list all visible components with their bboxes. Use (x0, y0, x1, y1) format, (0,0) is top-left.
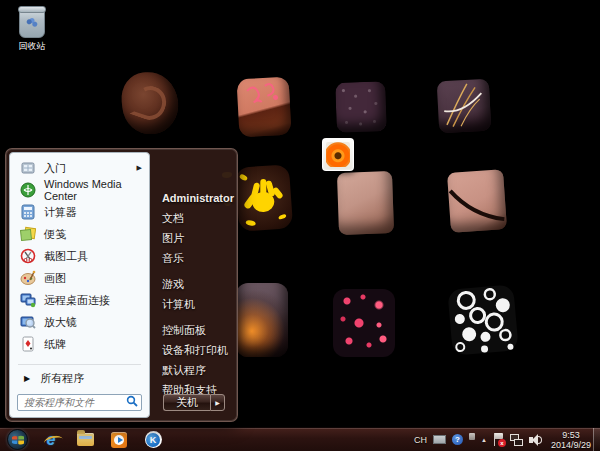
menu-item-calculator[interactable]: 计算器 (10, 201, 149, 223)
menu-item-music[interactable]: 音乐 (160, 248, 234, 268)
taskbar-k-player[interactable]: K (136, 428, 170, 451)
menu-item-paint[interactable]: 画图 (10, 267, 149, 289)
calculator-icon (19, 203, 37, 221)
start-menu-right-panel: Administrator 文档 图片 音乐 游戏 计算机 控制面板 设备和打印… (150, 152, 234, 418)
search-input[interactable] (17, 394, 142, 411)
user-avatar[interactable] (322, 138, 354, 171)
wallpaper-chocolate-plain-pink (337, 171, 394, 235)
menu-item-label: 纸牌 (44, 337, 66, 352)
start-button[interactable] (0, 428, 34, 451)
system-tray: CH ? ▲ x 9:53 2014/9/29 (414, 428, 591, 451)
menu-item-label: 便笺 (44, 227, 66, 242)
menu-item-snipping-tool[interactable]: 截图工具 (10, 245, 149, 267)
menu-item-label: 计算器 (44, 205, 77, 220)
recycle-bin-icon (19, 8, 45, 38)
taskbar-apps: e K (0, 428, 170, 451)
clock-date: 2014/9/29 (551, 440, 591, 450)
solitaire-icon (19, 335, 37, 353)
recycle-bin-label: 回收站 (6, 40, 58, 53)
media-center-icon (19, 181, 37, 199)
menu-item-label: 画图 (44, 271, 66, 286)
menu-item-windows-media-center[interactable]: Windows Media Center (10, 179, 149, 201)
wallpaper-chocolate-pink-hearts (237, 77, 292, 138)
taskbar-media-player[interactable] (102, 428, 136, 451)
folder-icon (77, 433, 94, 446)
menu-item-getting-started[interactable]: 入门 ▶ (10, 157, 149, 179)
menu-item-sticky-notes[interactable]: 便笺 (10, 223, 149, 245)
search-box (17, 392, 142, 411)
menu-item-solitaire[interactable]: 纸牌 (10, 333, 149, 355)
clock-time: 9:53 (551, 430, 591, 440)
menu-spacer (10, 355, 149, 361)
show-hidden-icons-button[interactable]: ▲ (481, 437, 487, 443)
internet-explorer-icon: e (47, 431, 56, 449)
wallpaper-chocolate-dark-curve (447, 169, 507, 233)
menu-item-remote-desktop[interactable]: 远程桌面连接 (10, 289, 149, 311)
menu-item-label: 放大镜 (44, 315, 77, 330)
start-menu: 入门 ▶ Windows Media Center 计算器 便笺 截 (5, 148, 238, 422)
media-player-icon (111, 432, 127, 448)
handprint-icon (235, 164, 293, 232)
wallpaper-chocolate-flame (236, 283, 288, 357)
search-icon (126, 395, 138, 407)
submenu-arrow-icon: ▶ (136, 164, 141, 172)
wallpaper-chocolate-dotted (335, 81, 387, 133)
magnifier-icon (19, 313, 37, 331)
start-menu-program-list: 入门 ▶ Windows Media Center 计算器 便笺 截 (9, 152, 150, 418)
shutdown-controls: 关机 ▶ (163, 394, 225, 411)
snipping-tool-icon (19, 247, 37, 265)
wallpaper-chocolate-pink-splatter (333, 289, 395, 357)
taskbar-windows-explorer[interactable] (68, 428, 102, 451)
avatar-flower-image (326, 142, 350, 167)
user-name-link[interactable]: Administrator (160, 188, 234, 208)
heart-pattern-icon (237, 77, 292, 138)
menu-item-computer[interactable]: 计算机 (160, 294, 234, 314)
menu-item-games[interactable]: 游戏 (160, 274, 234, 294)
remote-desktop-icon (19, 291, 37, 309)
paint-icon (19, 269, 37, 287)
all-programs-button[interactable]: ▶ 所有程序 (10, 368, 149, 388)
circles-pattern-icon (443, 280, 523, 360)
show-desktop-button[interactable] (593, 428, 600, 451)
sticky-notes-icon (19, 225, 37, 243)
wallpaper-chocolate-gold-lines (437, 79, 492, 134)
wallpaper-chocolate-swirl (119, 69, 181, 137)
menu-item-label: 入门 (44, 161, 66, 176)
menu-item-label: 远程桌面连接 (44, 293, 110, 308)
recycle-bin[interactable]: 回收站 (6, 8, 58, 53)
menu-item-label: 截图工具 (44, 249, 88, 264)
keyboard-layout-icon[interactable] (433, 435, 446, 444)
getting-started-icon (19, 159, 37, 177)
shutdown-button[interactable]: 关机 (163, 394, 210, 411)
menu-item-pictures[interactable]: 图片 (160, 228, 234, 248)
action-center-icon[interactable]: x (493, 433, 504, 446)
taskbar: e K CH ? ▲ x 9:5 (0, 427, 600, 451)
network-icon[interactable] (510, 434, 523, 446)
taskbar-clock[interactable]: 9:53 2014/9/29 (551, 430, 591, 450)
wallpaper-chocolate-handprint (235, 164, 293, 232)
action-center-alert-badge: x (498, 439, 506, 447)
ime-help-icon[interactable]: ? (452, 434, 463, 445)
curve-pattern-icon (447, 169, 507, 233)
shutdown-options-arrow[interactable]: ▶ (210, 394, 225, 411)
all-programs-label: 所有程序 (40, 371, 84, 386)
menu-item-control-panel[interactable]: 控制面板 (160, 320, 234, 340)
menu-item-documents[interactable]: 文档 (160, 208, 234, 228)
volume-icon[interactable] (529, 434, 542, 446)
all-programs-arrow-icon: ▶ (24, 374, 30, 383)
menu-item-label: Windows Media Center (44, 178, 143, 202)
language-indicator[interactable]: CH (414, 435, 427, 445)
k-player-icon: K (145, 431, 162, 448)
menu-item-magnifier[interactable]: 放大镜 (10, 311, 149, 333)
windows-logo-icon (7, 429, 28, 450)
menu-separator (18, 364, 141, 365)
gold-lines-icon (437, 79, 492, 134)
language-bar-options-icon[interactable] (469, 433, 475, 440)
taskbar-internet-explorer[interactable]: e (34, 428, 68, 451)
wallpaper-chocolate-white-circles (443, 280, 523, 360)
menu-item-default-programs[interactable]: 默认程序 (160, 360, 234, 380)
menu-item-devices-printers[interactable]: 设备和打印机 (160, 340, 234, 360)
